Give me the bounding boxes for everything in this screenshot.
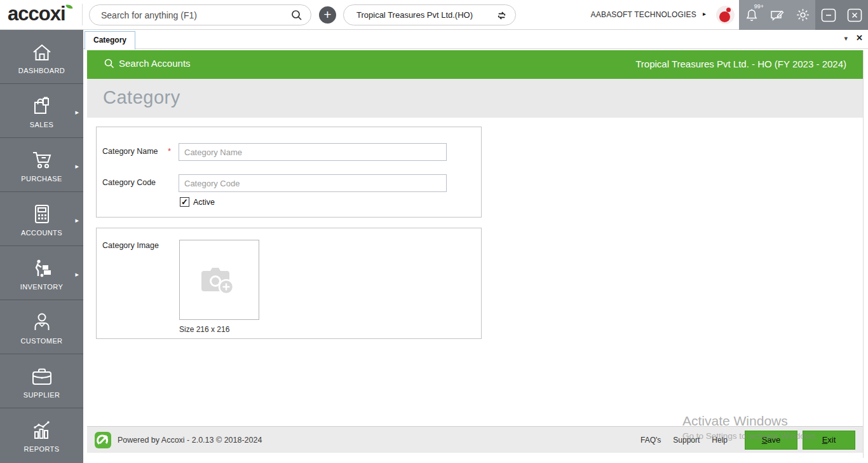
sidebar-item-label: INVENTORY [20,283,63,291]
search-icon[interactable] [291,10,302,21]
settings-button[interactable] [792,4,813,26]
category-code-label: Category Code [102,178,156,187]
feedback-button[interactable] [766,4,788,26]
shopping-bag-icon [31,93,53,117]
person-icon [32,309,52,333]
add-new-button[interactable]: + [319,6,336,24]
category-details-card: Category Name * Category Code ✓ Active [96,127,482,218]
avatar-logo-shape [719,11,730,22]
sidebar-item-sales[interactable]: SALES ▸ [0,84,83,138]
logo-leaf-icon [66,4,73,9]
sidebar-item-inventory[interactable]: INVENTORY ▸ [0,246,83,300]
sidebar-item-label: ACCOUNTS [21,229,62,237]
powered-by-label: Powered by Accoxi - 2.0.13 © 2018-2024 [118,436,262,445]
tab-list-dropdown-icon[interactable]: ▾ [844,34,848,43]
minimize-button[interactable] [818,4,839,26]
search-icon [104,59,114,69]
active-label: Active [193,198,215,207]
category-image-label: Category Image [102,241,159,250]
chevron-right-icon: ▸ [75,162,79,170]
camera-add-icon [200,265,239,295]
sidebar-item-label: SALES [30,121,53,128]
sidebar-item-customer[interactable]: CUSTOMER [0,300,83,354]
utility-icon-tray: 99+ [739,0,815,30]
image-upload-dropzone[interactable] [179,240,259,320]
accoxi-mark-icon [95,432,111,448]
sidebar-nav: DASHBOARD SALES ▸ PURCHASE ▸ ACCOUNTS ▸ … [0,30,83,463]
home-icon [31,39,53,63]
image-size-hint: Size 216 x 216 [179,325,229,334]
category-name-input[interactable] [179,143,447,161]
chevron-right-icon: ▸ [75,108,79,116]
sidebar-item-purchase[interactable]: PURCHASE ▸ [0,138,83,192]
faqs-link[interactable]: FAQ's [641,436,661,445]
company-switcher[interactable]: Tropical Treasures Pvt Ltd.(HO) [343,4,516,25]
sidebar-item-supplier[interactable]: SUPPLIER [0,354,83,408]
avatar[interactable] [716,6,735,24]
search-input[interactable] [101,6,285,24]
category-code-input[interactable] [179,174,447,192]
notifications-button[interactable]: 99+ [741,4,763,26]
main-area: Category ▾ ✕ Search Accounts Tropical Tr… [83,30,868,463]
close-button[interactable] [844,4,865,26]
calculator-icon [32,201,52,225]
accoxi-logo: accoxi [8,3,65,25]
avatar-logo-shape [726,8,731,12]
window-controls [815,0,868,30]
sidebar-item-accounts[interactable]: ACCOUNTS ▸ [0,192,83,246]
chevron-right-icon: ▸ [75,270,79,279]
tab-strip: Category ▾ ✕ [83,30,868,49]
chevron-right-icon: ▸ [75,216,79,225]
divider [82,4,83,25]
bottom-strip [87,453,863,458]
windows-activation-watermark-sub: Go to Settings to activate Windows. [682,431,818,441]
switch-company-icon[interactable] [496,10,508,22]
module-header: Search Accounts Tropical Treasures Pvt L… [87,50,863,79]
cart-icon [31,147,53,171]
category-name-label: Category Name [102,147,158,156]
required-asterisk: * [168,146,171,156]
organization-name[interactable]: AABASOFT TECHNOLOGIES [591,10,696,19]
chart-icon [31,417,53,441]
global-search[interactable] [89,4,311,25]
tab-close-icon[interactable]: ✕ [856,33,863,43]
top-bar: accoxi + Tropical Treasures Pvt Ltd.(HO)… [0,0,868,30]
hand-truck-icon [31,255,53,279]
sidebar-item-label: PURCHASE [21,175,62,183]
org-expand-icon[interactable]: ▸ [703,10,706,17]
page-title-band: Category [87,79,863,118]
search-accounts-button[interactable]: Search Accounts [104,58,191,69]
module-window: Search Accounts Tropical Treasures Pvt L… [87,50,864,458]
company-switcher-label: Tropical Treasures Pvt Ltd.(HO) [356,10,473,20]
active-checkbox-row[interactable]: ✓ Active [180,197,215,207]
briefcase-icon [31,363,53,387]
sidebar-item-label: DASHBOARD [18,67,65,74]
search-accounts-label: Search Accounts [119,58,191,69]
form-content: Category Name * Category Code ✓ Active C… [87,118,863,426]
sidebar-item-dashboard[interactable]: DASHBOARD [0,30,83,84]
notification-badge: 99+ [754,3,764,10]
active-checkbox[interactable]: ✓ [180,197,189,207]
category-image-card: Category Image Size 216 x 216 [96,228,482,339]
page-title: Category [103,87,180,108]
sidebar-item-label: SUPPLIER [24,391,60,399]
tab-category[interactable]: Category [85,31,135,50]
sidebar-item-label: CUSTOMER [21,337,63,345]
company-fy-label: Tropical Treasures Pvt Ltd. - HO (FY 202… [635,59,846,69]
sidebar-item-reports[interactable]: REPORTS [0,408,83,462]
sidebar-item-label: REPORTS [24,445,60,453]
